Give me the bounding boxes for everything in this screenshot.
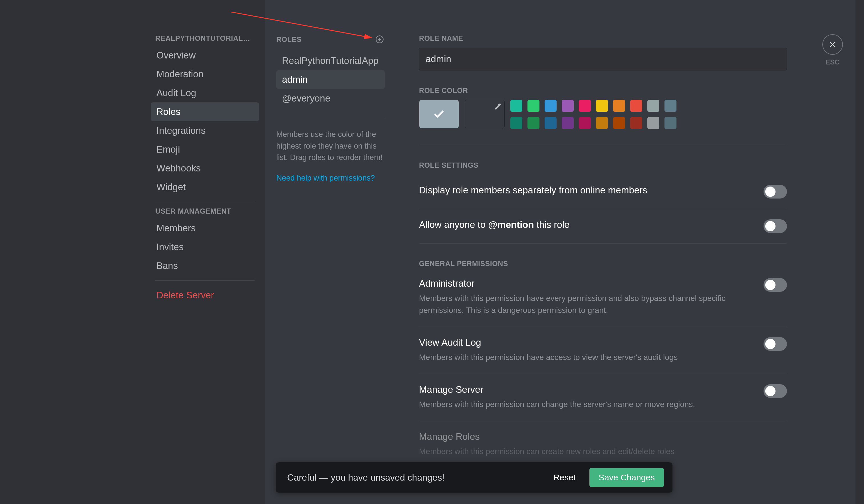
unsaved-changes-text: Careful — you have unsaved changes! <box>287 472 444 483</box>
role-item-admin[interactable]: admin <box>276 70 385 89</box>
default-color-swatch[interactable] <box>419 100 459 128</box>
color-swatch[interactable] <box>544 117 556 129</box>
sidebar-divider <box>155 280 255 281</box>
color-swatch[interactable] <box>596 117 608 129</box>
perm-administrator-desc: Members with this permission have every … <box>419 292 752 316</box>
setting-mention-label: Allow anyone to @mention this role <box>419 219 752 230</box>
role-item-realpythontutorialapp[interactable]: RealPythonTutorialApp <box>276 51 385 70</box>
esc-label: ESC <box>826 58 839 66</box>
color-swatch[interactable] <box>647 117 659 129</box>
sidebar-item-members[interactable]: Members <box>151 219 259 237</box>
role-name-input[interactable] <box>419 48 787 71</box>
close-icon <box>827 39 838 50</box>
color-swatch[interactable] <box>527 100 539 112</box>
roles-hint-text: Members use the color of the highest rol… <box>276 128 385 163</box>
perm-administrator-toggle[interactable] <box>764 278 787 292</box>
color-swatch[interactable] <box>544 100 556 112</box>
color-swatch[interactable] <box>664 117 676 129</box>
setting-display-separately-label: Display role members separately from onl… <box>419 185 752 196</box>
role-settings-label: Role Settings <box>419 161 787 169</box>
save-changes-button[interactable]: Save Changes <box>589 468 664 487</box>
sidebar-item-emoji[interactable]: Emoji <box>151 140 259 159</box>
roles-heading: Roles <box>276 35 302 44</box>
sidebar-item-webhooks[interactable]: Webhooks <box>151 159 259 178</box>
color-swatch[interactable] <box>647 100 659 112</box>
roles-list-column: Roles RealPythonTutorialApp admin @every… <box>265 0 396 504</box>
color-swatch[interactable] <box>562 100 574 112</box>
perm-manage-roles-title: Manage Roles <box>419 431 776 442</box>
scrollbar-track[interactable] <box>855 0 864 504</box>
close-button[interactable] <box>822 34 843 55</box>
unsaved-changes-bar: Careful — you have unsaved changes! Rese… <box>276 462 672 493</box>
reset-button[interactable]: Reset <box>548 469 581 486</box>
general-permissions-heading: General Permissions <box>419 260 787 268</box>
sidebar-item-overview[interactable]: Overview <box>151 46 259 65</box>
color-swatch[interactable] <box>527 117 539 129</box>
color-swatch[interactable] <box>630 100 642 112</box>
setting-display-separately-toggle[interactable] <box>764 185 787 198</box>
permissions-help-link[interactable]: Need help with permissions? <box>276 174 375 183</box>
perm-manage-server-title: Manage Server <box>419 384 752 395</box>
sidebar-item-moderation[interactable]: Moderation <box>151 65 259 84</box>
color-swatch[interactable] <box>596 100 608 112</box>
sidebar-item-widget[interactable]: Widget <box>151 178 259 197</box>
perm-manage-roles-desc: Members with this permission can create … <box>419 445 776 457</box>
color-swatch[interactable] <box>579 117 591 129</box>
color-swatch-grid <box>511 100 676 129</box>
role-item-everyone[interactable]: @everyone <box>276 89 385 108</box>
role-editor-main: Role Name Role Color Role Settings <box>396 0 810 504</box>
color-swatch[interactable] <box>630 117 642 129</box>
role-name-label: Role Name <box>419 34 787 42</box>
eyedropper-icon <box>494 102 502 110</box>
user-mgmt-heading: User Management <box>151 207 259 219</box>
sidebar-item-invites[interactable]: Invites <box>151 237 259 256</box>
color-swatch[interactable] <box>664 100 676 112</box>
settings-sidebar: RealPythonTutorialServ… Overview Moderat… <box>139 0 265 504</box>
color-swatch[interactable] <box>511 117 522 129</box>
perm-administrator-title: Administrator <box>419 278 752 289</box>
setting-mention-toggle[interactable] <box>764 219 787 233</box>
perm-manage-server-desc: Members with this permission can change … <box>419 398 752 410</box>
server-name-heading: RealPythonTutorialServ… <box>151 34 259 46</box>
perm-manage-server-toggle[interactable] <box>764 384 787 398</box>
color-swatch[interactable] <box>613 100 625 112</box>
sidebar-item-integrations[interactable]: Integrations <box>151 121 259 140</box>
add-role-icon[interactable] <box>374 34 385 45</box>
sidebar-item-delete-server[interactable]: Delete Server <box>151 286 259 305</box>
sidebar-item-roles[interactable]: Roles <box>151 102 259 121</box>
custom-color-picker[interactable] <box>465 100 505 128</box>
sidebar-item-bans[interactable]: Bans <box>151 256 259 275</box>
perm-view-audit-log-title: View Audit Log <box>419 337 752 348</box>
sidebar-item-audit-log[interactable]: Audit Log <box>151 84 259 102</box>
color-swatch[interactable] <box>562 117 574 129</box>
role-color-label: Role Color <box>419 86 787 95</box>
divider <box>419 145 787 145</box>
perm-view-audit-log-toggle[interactable] <box>764 337 787 351</box>
color-swatch[interactable] <box>579 100 591 112</box>
perm-view-audit-log-desc: Members with this permission have access… <box>419 352 752 364</box>
left-gutter <box>0 0 139 504</box>
color-swatch[interactable] <box>613 117 625 129</box>
check-icon <box>433 108 445 120</box>
color-swatch[interactable] <box>511 100 522 112</box>
